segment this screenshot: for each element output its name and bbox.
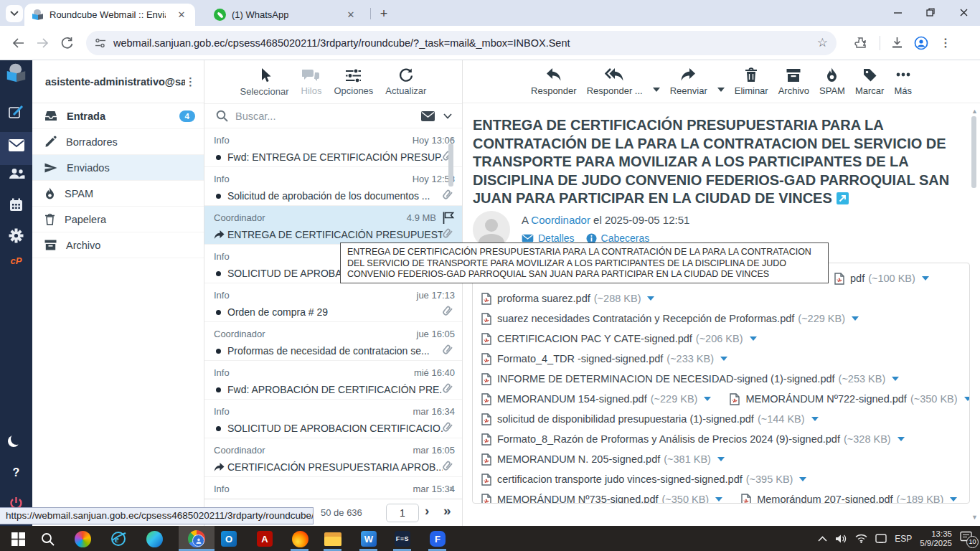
- attachment-menu-caret-icon[interactable]: [852, 316, 859, 321]
- forward-button[interactable]: Reenviar: [670, 67, 707, 96]
- cpanel-logo[interactable]: cP: [0, 255, 32, 266]
- fe-app-icon[interactable]: F≡S: [392, 529, 413, 549]
- message-row[interactable]: InfoHoy 13:06Fwd: ENTREGA DE CERTIFICACI…: [204, 128, 462, 167]
- tray-chevron-up-icon[interactable]: [818, 536, 827, 542]
- attachment-item[interactable]: Formato_8_Razón de Proformas y Análisis …: [481, 433, 905, 446]
- internet-explorer-icon[interactable]: e: [108, 529, 128, 549]
- refresh-icon[interactable]: [55, 31, 79, 55]
- search-input[interactable]: [235, 110, 421, 122]
- attachment-menu-caret-icon[interactable]: [811, 417, 819, 421]
- sidebar-item-enviados[interactable]: Enviados: [32, 155, 204, 181]
- window-close-button[interactable]: [947, 0, 980, 24]
- forward-menu-caret-icon[interactable]: [717, 88, 725, 92]
- attachment-menu-caret-icon[interactable]: [922, 276, 929, 281]
- dark-mode-moon-icon[interactable]: [0, 433, 32, 445]
- window-restore-button[interactable]: [914, 0, 947, 24]
- forward-icon[interactable]: [30, 31, 55, 55]
- flag-icon[interactable]: [441, 211, 455, 225]
- message-row[interactable]: Coordinadormar 16:05CERTIFICACIÓN PRESUP…: [204, 438, 462, 477]
- attachment-item[interactable]: solicitud de disponibilidad presupuestar…: [481, 413, 819, 425]
- list-scrollbar-thumb[interactable]: [448, 143, 453, 187]
- page-number-input[interactable]: 1: [386, 504, 419, 522]
- downloads-icon[interactable]: [885, 31, 909, 55]
- attachment-item[interactable]: MEMORANDUM N. 205-signed.pdf(~381 KB): [481, 453, 725, 466]
- attachment-item[interactable]: MEMORÁNDUM Nº735-signed.pdf(~350 KB): [481, 494, 722, 504]
- mail-scroll-down-icon[interactable]: ▼: [971, 514, 978, 521]
- refresh-button[interactable]: Actualizar: [385, 67, 426, 96]
- language-indicator[interactable]: ESP: [895, 534, 912, 544]
- tab-whatsapp[interactable]: (1) WhatsApp ✕: [207, 4, 364, 26]
- tab-close-icon[interactable]: ✕: [175, 9, 188, 22]
- calendar-icon[interactable]: [0, 198, 32, 212]
- threads-button[interactable]: Hilos: [301, 68, 322, 96]
- tab-close-icon[interactable]: ✕: [344, 9, 357, 22]
- attachment-item[interactable]: Formato_4_TDR -signed-signed.pdf(~233 KB…: [481, 353, 727, 365]
- sidebar-item-archivo[interactable]: Archivo: [32, 232, 204, 258]
- archive-button[interactable]: Archivo: [778, 67, 809, 96]
- attachment-menu-caret-icon[interactable]: [892, 377, 899, 381]
- sidebar-item-borradores[interactable]: Borradores: [32, 129, 204, 155]
- reply-button[interactable]: Responder: [531, 67, 577, 96]
- back-icon[interactable]: [6, 31, 30, 55]
- mail-icon[interactable]: [0, 139, 32, 151]
- attachment-menu-caret-icon[interactable]: [647, 296, 654, 301]
- search-scope-mail-icon[interactable]: [421, 111, 435, 121]
- help-icon[interactable]: ?: [0, 466, 32, 479]
- attachment-item[interactable]: pdf(~100 KB): [834, 273, 929, 285]
- attachment-menu-caret-icon[interactable]: [950, 497, 957, 501]
- attachment-item[interactable]: INFORME DE DETERMINACION DE NECESIDAD-si…: [481, 373, 899, 385]
- attachment-item[interactable]: Memorándum 207-signed.pdf(~189 KB): [741, 494, 957, 504]
- browser-menu-kebab-icon[interactable]: ⋮: [933, 31, 958, 55]
- sidebar-item-spam[interactable]: SPAM: [32, 181, 204, 207]
- attachment-menu-caret-icon[interactable]: [717, 457, 725, 461]
- attachment-menu-caret-icon[interactable]: [897, 437, 905, 441]
- attachment-item[interactable]: MEMORANDUM 154-signed.pdf(~229 KB): [481, 393, 711, 405]
- message-row[interactable]: Infomar 16:34SOLICITUD DE APROBACION CER…: [204, 400, 462, 438]
- attachment-item[interactable]: CERTIFICACION PAC Y CATE-signed.pdf(~206…: [481, 333, 757, 345]
- mail-scrollbar-thumb[interactable]: [971, 116, 976, 188]
- f-app-icon[interactable]: F: [428, 529, 448, 549]
- tab-roundcube[interactable]: Roundcube Webmail :: Enviados ✕: [24, 4, 195, 26]
- bookmark-star-icon[interactable]: ☆: [817, 35, 828, 50]
- outlook-icon[interactable]: O: [219, 529, 239, 549]
- options-button[interactable]: Opciones: [334, 68, 373, 96]
- taskbar-search-icon[interactable]: [37, 529, 57, 549]
- spam-button[interactable]: SPAM: [819, 67, 845, 96]
- window-minimize-button[interactable]: [881, 0, 914, 24]
- message-row[interactable]: Infomié 16:40Fwd: APROBACIÓN DE CERTIFIC…: [204, 361, 462, 400]
- message-row[interactable]: InfoHoy 12:58Solicitud de aprobación de …: [204, 167, 462, 206]
- message-row[interactable]: Infojue 17:13Orden de compra # 29: [204, 283, 462, 322]
- cast-device-icon[interactable]: [875, 534, 887, 543]
- file-explorer-icon[interactable]: [323, 529, 343, 549]
- start-button[interactable]: [8, 529, 28, 549]
- tabstrip-chevron-down-icon[interactable]: [6, 5, 23, 22]
- mark-button[interactable]: Marcar: [855, 67, 884, 96]
- compose-icon[interactable]: [0, 105, 32, 120]
- attachment-item[interactable]: suarez necesidades Contratación y Recepc…: [481, 313, 859, 325]
- attachment-menu-caret-icon[interactable]: [715, 497, 722, 501]
- edge-icon[interactable]: [144, 529, 164, 549]
- acrobat-icon[interactable]: A: [255, 529, 275, 549]
- list-scroll-down-icon[interactable]: ▼: [448, 485, 455, 492]
- word-icon[interactable]: W: [359, 529, 379, 549]
- extensions-icon[interactable]: [848, 31, 872, 55]
- message-row[interactable]: Coordinador4.9 MBENTREGA DE CERTIFICACIÓ…: [204, 206, 462, 245]
- attachment-item[interactable]: proforma suarez.pdf(~288 KB): [481, 293, 654, 305]
- next-page-icon[interactable]: ›: [425, 503, 429, 519]
- attachment-menu-caret-icon[interactable]: [964, 397, 970, 401]
- more-button[interactable]: Más: [894, 67, 912, 96]
- recipient-link[interactable]: Coordinador: [531, 214, 590, 226]
- site-settings-icon[interactable]: [95, 38, 106, 48]
- search-options-chevron-icon[interactable]: [443, 113, 452, 119]
- attachment-menu-caret-icon[interactable]: [750, 336, 757, 341]
- volume-icon[interactable]: [835, 534, 847, 544]
- attachment-item[interactable]: certificacion transporte judo vinces-sig…: [481, 474, 806, 486]
- attachment-menu-caret-icon[interactable]: [799, 477, 806, 481]
- reply-all-button[interactable]: Responder ...: [587, 67, 643, 96]
- sidebar-item-entrada[interactable]: Entrada 4: [32, 103, 204, 129]
- attachment-item[interactable]: MEMORÁNDUM Nº722-signed.pdf(~350 KB): [730, 393, 970, 405]
- attachment-menu-caret-icon[interactable]: [720, 357, 727, 361]
- message-row[interactable]: Infomar 15:34: [204, 477, 462, 499]
- copilot-icon[interactable]: [72, 529, 93, 549]
- account-menu-kebab-icon[interactable]: ⋮: [185, 75, 197, 88]
